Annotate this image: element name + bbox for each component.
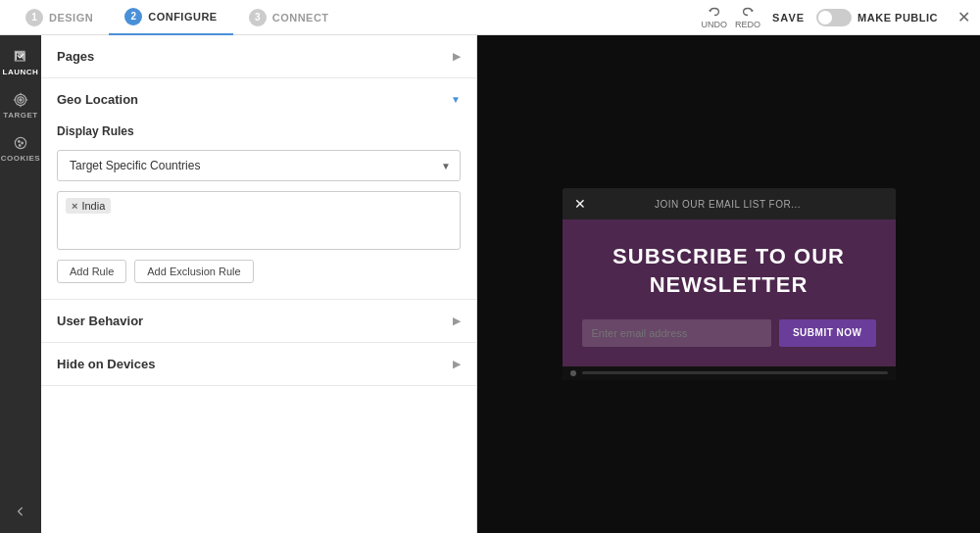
popup-body: SUBSCRIBE TO OURNEWSLETTER SUBMIT NOW	[563, 219, 896, 365]
steps-nav: 1 DESIGN 2 CONFIGURE 3 CONNECT	[10, 0, 701, 35]
tag-india: × India	[66, 198, 111, 214]
country-target-select[interactable]: Target Specific Countries Exclude Specif…	[57, 150, 461, 181]
sidebar-cookies-label: COOKIES	[1, 154, 40, 163]
toggle-knob	[818, 11, 832, 24]
pages-arrow-icon: ▶	[453, 51, 461, 62]
popup-footer-dot	[570, 370, 576, 376]
icon-sidebar: LAUNCH TARGET COOKIES	[0, 35, 41, 533]
step-configure-num: 2	[124, 8, 142, 25]
sidebar-item-target[interactable]: TARGET	[0, 86, 41, 125]
popup-submit-button[interactable]: SUBMIT NOW	[779, 319, 876, 347]
section-user-behavior-label: User Behavior	[57, 314, 143, 328]
geo-section-content: Display Rules Target Specific Countries …	[41, 124, 476, 299]
sidebar-target-label: TARGET	[3, 111, 37, 120]
step-design-label: DESIGN	[49, 12, 93, 24]
popup-footer	[563, 366, 896, 380]
svg-point-9	[15, 137, 25, 148]
top-bar: 1 DESIGN 2 CONFIGURE 3 CONNECT UNDO	[0, 0, 980, 35]
step-connect-num: 3	[249, 9, 267, 26]
section-geo-header[interactable]: Geo Location ▼	[41, 78, 476, 121]
section-user-behavior-header[interactable]: User Behavior ▶	[41, 300, 476, 342]
section-hide-devices-header[interactable]: Hide on Devices ▶	[41, 343, 476, 385]
step-design[interactable]: 1 DESIGN	[10, 0, 109, 35]
svg-point-4	[20, 99, 22, 101]
tag-input-field[interactable]	[115, 198, 452, 212]
preview-area: ✕ JOIN OUR EMAIL LIST FOR... SUBSCRIBE T…	[477, 35, 980, 533]
tag-india-remove[interactable]: ×	[72, 200, 77, 212]
geo-arrow-icon: ▼	[451, 94, 461, 105]
add-exclusion-rule-button[interactable]: Add Exclusion Rule	[134, 260, 253, 283]
popup-footer-line	[582, 371, 888, 374]
tags-input-container[interactable]: × India	[57, 191, 461, 250]
back-icon-button[interactable]	[0, 498, 41, 525]
main-area: LAUNCH TARGET COOKIES	[0, 35, 980, 533]
close-button[interactable]: ✕	[957, 8, 970, 26]
section-pages-header[interactable]: Pages ▶	[41, 35, 476, 77]
undo-label: UNDO	[701, 20, 727, 29]
rule-buttons-group: Add Rule Add Exclusion Rule	[57, 260, 461, 283]
section-user-behavior: User Behavior ▶	[41, 300, 476, 343]
redo-button[interactable]: REDO	[735, 5, 760, 29]
sidebar-item-cookies[interactable]: COOKIES	[0, 129, 41, 169]
popup-url-text: JOIN OUR EMAIL LIST FOR...	[655, 199, 801, 210]
add-rule-button[interactable]: Add Rule	[57, 260, 126, 283]
popup-top-bar: ✕ JOIN OUR EMAIL LIST FOR...	[563, 188, 896, 219]
section-pages: Pages ▶	[41, 35, 476, 78]
step-design-num: 1	[25, 9, 43, 26]
step-configure[interactable]: 2 CONFIGURE	[109, 0, 233, 35]
user-behavior-arrow-icon: ▶	[453, 315, 461, 326]
svg-point-12	[19, 145, 21, 147]
svg-point-11	[22, 142, 24, 144]
step-configure-label: CONFIGURE	[148, 11, 218, 23]
make-public-label: MAKE PUBLIC	[858, 12, 938, 24]
hide-devices-arrow-icon: ▶	[453, 359, 461, 369]
popup-overlay: ✕ JOIN OUR EMAIL LIST FOR... SUBSCRIBE T…	[477, 35, 980, 533]
country-target-select-wrapper: Target Specific Countries Exclude Specif…	[57, 150, 461, 181]
undo-button[interactable]: UNDO	[701, 5, 727, 29]
popup-email-input[interactable]	[582, 319, 771, 347]
section-geo-label: Geo Location	[57, 92, 138, 107]
section-hide-devices-label: Hide on Devices	[57, 357, 155, 371]
save-button[interactable]: SAVE	[772, 12, 805, 24]
redo-label: REDO	[735, 20, 760, 29]
display-rules-label: Display Rules	[57, 124, 461, 138]
tag-india-label: India	[81, 200, 105, 212]
popup-card: ✕ JOIN OUR EMAIL LIST FOR... SUBSCRIBE T…	[563, 188, 896, 379]
toggle-switch[interactable]	[816, 9, 852, 26]
section-hide-devices: Hide on Devices ▶	[41, 343, 476, 386]
popup-close-icon[interactable]: ✕	[574, 196, 586, 212]
svg-point-10	[19, 141, 21, 143]
section-pages-label: Pages	[57, 49, 94, 64]
top-bar-actions: UNDO REDO SAVE MAKE PUBLIC ✕	[701, 5, 970, 29]
popup-title: SUBSCRIBE TO OURNEWSLETTER	[582, 243, 876, 299]
config-panel: Pages ▶ Geo Location ▼ Display Rules Tar…	[41, 35, 477, 533]
step-connect-label: CONNECT	[272, 12, 329, 24]
sidebar-item-launch[interactable]: LAUNCH	[0, 43, 41, 82]
popup-form: SUBMIT NOW	[582, 319, 876, 347]
sidebar-launch-label: LAUNCH	[3, 68, 39, 76]
make-public-toggle[interactable]: MAKE PUBLIC	[816, 9, 938, 26]
undo-redo-group: UNDO REDO	[701, 5, 760, 29]
step-connect[interactable]: 3 CONNECT	[233, 0, 345, 35]
section-geo-location: Geo Location ▼ Display Rules Target Spec…	[41, 78, 476, 300]
